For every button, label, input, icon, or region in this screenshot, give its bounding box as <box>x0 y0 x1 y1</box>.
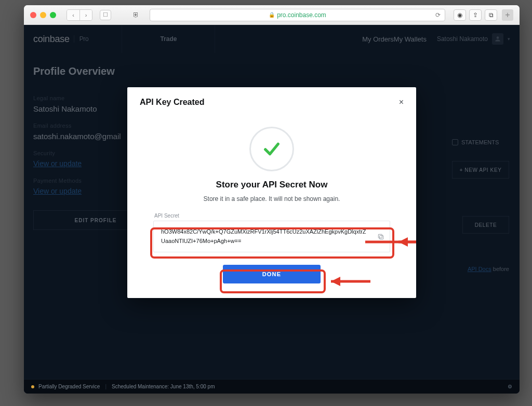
nav-back-forward: ‹ › <box>66 9 92 21</box>
copy-icon[interactable] <box>377 233 384 240</box>
minimize-window-icon[interactable] <box>40 12 46 18</box>
lock-icon: 🔒 <box>269 12 275 18</box>
api-secret-value: hO3W84x82C/YwQ/k+Q7GZuMXizRFV1rXlj54TT6c… <box>161 228 366 244</box>
status-maintenance: Scheduled Maintenance: June 13th, 5:00 p… <box>112 384 215 389</box>
reload-icon[interactable]: ⟳ <box>435 11 441 19</box>
modal-title: API Key Created <box>140 98 205 107</box>
url-bar[interactable]: 🔒 pro.coinbase.com ⟳ <box>150 9 445 21</box>
modal-subtext: Store it in a safe place. It will not be… <box>127 195 416 202</box>
forward-button[interactable]: › <box>79 10 92 20</box>
tabs-icon[interactable]: ⧉ <box>485 9 497 21</box>
share-icon[interactable]: ⇪ <box>469 9 482 21</box>
gear-icon[interactable]: ⚙ <box>508 384 512 389</box>
app-body: coinbase Pro Trade My Orders My Wallets … <box>24 25 520 394</box>
api-secret-field[interactable]: hO3W84x82C/YwQ/k+Q7GZuMXizRFV1rXlj54TT6c… <box>153 221 390 252</box>
svg-rect-1 <box>378 234 382 238</box>
browser-window: ‹ › ☐ ⛨ 🔒 pro.coinbase.com ⟳ ◉ ⇪ ⧉ + coi… <box>24 5 520 394</box>
status-text: Partially Degraded Service <box>38 384 100 389</box>
api-secret-label: API Secret <box>154 213 416 219</box>
status-bar: Partially Degraded Service | Scheduled M… <box>24 379 520 394</box>
modal-heading: Store your API Secret Now <box>127 180 416 190</box>
svg-marker-7 <box>398 237 408 247</box>
browser-titlebar: ‹ › ☐ ⛨ 🔒 pro.coinbase.com ⟳ ◉ ⇪ ⧉ + <box>24 5 520 25</box>
done-button[interactable]: DONE <box>223 265 321 283</box>
download-icon[interactable]: ◉ <box>454 9 466 21</box>
sidebar-toggle-button[interactable]: ☐ <box>100 10 111 20</box>
svg-rect-0 <box>380 235 383 239</box>
privacy-shield-icon[interactable]: ⛨ <box>130 11 141 19</box>
fullscreen-window-icon[interactable] <box>50 12 56 18</box>
back-button[interactable]: ‹ <box>67 10 79 20</box>
api-key-created-modal: API Key Created × Store your API Secret … <box>127 87 416 298</box>
success-check-icon <box>249 127 294 171</box>
status-indicator-icon <box>31 385 34 388</box>
modal-header: API Key Created × <box>127 87 416 117</box>
close-icon[interactable]: × <box>399 98 404 107</box>
toolbar-right: ◉ ⇪ ⧉ + <box>454 9 513 21</box>
new-tab-button[interactable]: + <box>502 9 513 21</box>
window-controls <box>30 12 56 18</box>
close-window-icon[interactable] <box>30 12 36 18</box>
url-text: pro.coinbase.com <box>277 11 326 19</box>
